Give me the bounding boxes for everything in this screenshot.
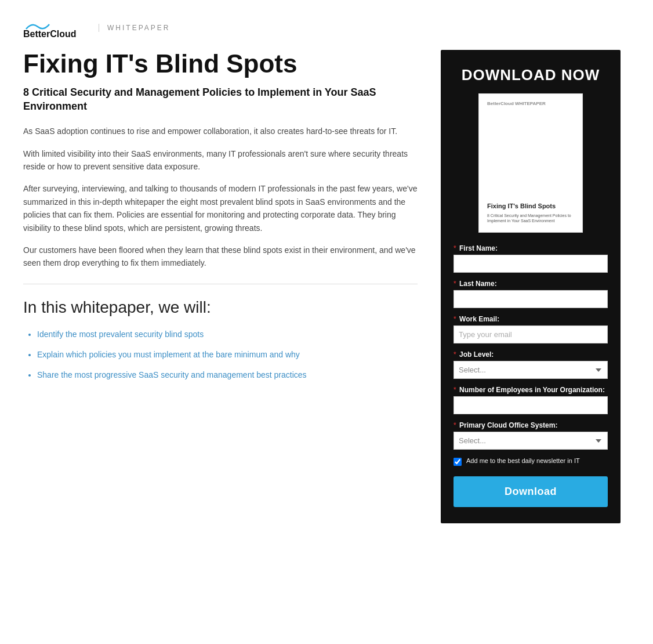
newsletter-checkbox[interactable]: [454, 458, 462, 466]
sub-title: 8 Critical Security and Management Polic…: [23, 86, 418, 113]
list-item: Identify the most prevalent security bli…: [37, 328, 418, 341]
work-email-label: * Work Email:: [454, 315, 608, 323]
cloud-system-select[interactable]: Select... Google Workspace Microsoft 365…: [454, 432, 608, 450]
book-cover-logo: BetterCloud WHITEPAPER: [487, 101, 546, 106]
section-divider: [23, 284, 418, 284]
last-name-label: * Last Name:: [454, 280, 608, 288]
book-cover: BetterCloud WHITEPAPER Fixing IT's Blind…: [478, 93, 583, 233]
job-level-group: * Job Level: Select... C-Level VP Direct…: [454, 350, 608, 379]
first-name-input[interactable]: [454, 255, 608, 273]
section-title: In this whitepaper, we will:: [23, 298, 418, 317]
job-level-label: * Job Level:: [454, 350, 608, 359]
newsletter-checkbox-row: Add me to the best daily newsletter in I…: [454, 457, 608, 466]
bullet-list: Identify the most prevalent security bli…: [23, 328, 418, 381]
main-title: Fixing IT's Blind Spots: [23, 50, 418, 78]
page-header: BetterCloudBetterCloud WHITEPAPER: [23, 17, 630, 38]
download-now-heading: DOWNLOAD NOW: [454, 66, 608, 84]
download-button[interactable]: Download: [454, 476, 608, 507]
book-cover-subtitle: 8 Critical Security and Management Polic…: [487, 213, 574, 225]
first-name-group: * First Name:: [454, 244, 608, 273]
whitepaper-badge: WHITEPAPER: [99, 24, 170, 32]
body-paragraph-1: As SaaS adoption continues to rise and e…: [23, 125, 418, 138]
last-name-group: * Last Name:: [454, 280, 608, 308]
bettercloud-logo-svg: BetterCloud: [23, 17, 87, 38]
job-level-select[interactable]: Select... C-Level VP Director Manager In…: [454, 361, 608, 379]
body-paragraph-4: Our customers have been floored when the…: [23, 244, 418, 270]
work-email-group: * Work Email:: [454, 315, 608, 343]
main-content: Fixing IT's Blind Spots 8 Critical Secur…: [23, 50, 630, 523]
employees-label: * Number of Employees in Your Organizati…: [454, 386, 608, 394]
last-name-input[interactable]: [454, 290, 608, 308]
employees-input[interactable]: [454, 396, 608, 414]
book-cover-title: Fixing IT's Blind Spots: [487, 202, 574, 210]
list-item: Share the most progressive SaaS security…: [37, 369, 418, 381]
logo: BetterCloudBetterCloud: [23, 17, 87, 38]
employees-group: * Number of Employees in Your Organizati…: [454, 386, 608, 414]
cloud-system-group: * Primary Cloud Office System: Select...…: [454, 421, 608, 450]
newsletter-label: Add me to the best daily newsletter in I…: [466, 457, 580, 465]
work-email-input[interactable]: [454, 325, 608, 343]
svg-text:BetterCloud: BetterCloud: [23, 29, 77, 38]
body-paragraph-3: After surveying, interviewing, and talki…: [23, 182, 418, 234]
first-name-label: * First Name:: [454, 244, 608, 252]
body-paragraph-2: With limited visibility into their SaaS …: [23, 147, 418, 173]
cloud-system-label: * Primary Cloud Office System:: [454, 421, 608, 429]
list-item: Explain which policies you must implemen…: [37, 349, 418, 361]
right-column-form: DOWNLOAD NOW BetterCloud WHITEPAPER Fixi…: [441, 50, 621, 523]
left-column: Fixing IT's Blind Spots 8 Critical Secur…: [23, 50, 418, 389]
